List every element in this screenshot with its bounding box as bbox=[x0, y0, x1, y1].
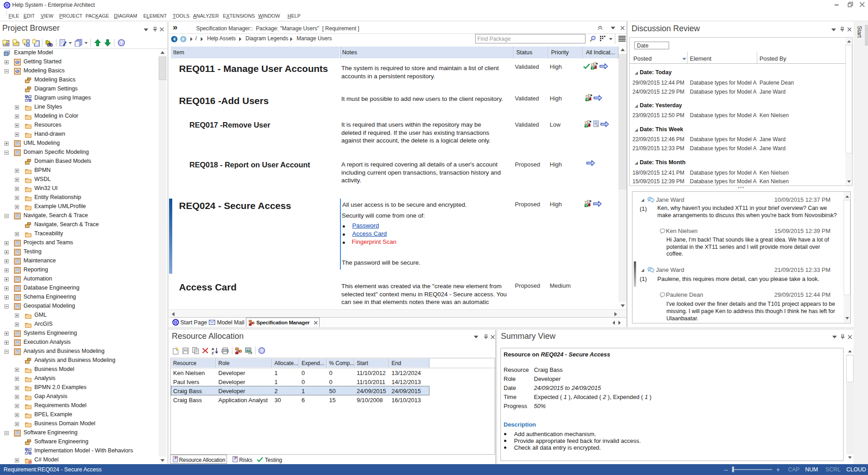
svg-text:?: ? bbox=[120, 40, 123, 45]
svg-text:Z: Z bbox=[212, 351, 214, 355]
svg-text:?: ? bbox=[260, 348, 263, 353]
